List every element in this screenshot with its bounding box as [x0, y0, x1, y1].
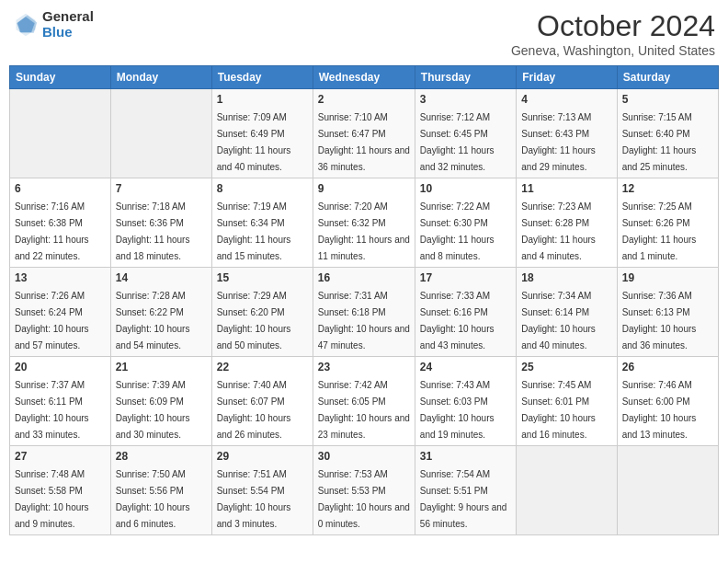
- day-header-tuesday: Tuesday: [211, 66, 313, 89]
- day-detail: Sunrise: 7:42 AMSunset: 6:05 PMDaylight:…: [318, 380, 410, 440]
- day-detail: Sunrise: 7:19 AMSunset: 6:34 PMDaylight:…: [217, 201, 291, 261]
- calendar-cell: [517, 446, 617, 535]
- day-detail: Sunrise: 7:54 AMSunset: 5:51 PMDaylight:…: [420, 469, 507, 529]
- calendar-cell: 31Sunrise: 7:54 AMSunset: 5:51 PMDayligh…: [415, 446, 516, 535]
- calendar-cell: 16Sunrise: 7:31 AMSunset: 6:18 PMDayligh…: [313, 268, 415, 357]
- calendar-cell: 14Sunrise: 7:28 AMSunset: 6:22 PMDayligh…: [110, 268, 211, 357]
- calendar-week-row: 1Sunrise: 7:09 AMSunset: 6:49 PMDaylight…: [10, 89, 719, 178]
- calendar-cell: 19Sunrise: 7:36 AMSunset: 6:13 PMDayligh…: [617, 268, 718, 357]
- day-number: 20: [15, 361, 106, 373]
- day-detail: Sunrise: 7:23 AMSunset: 6:28 PMDaylight:…: [521, 201, 596, 261]
- day-detail: Sunrise: 7:53 AMSunset: 5:53 PMDaylight:…: [318, 469, 410, 529]
- calendar-cell: 26Sunrise: 7:46 AMSunset: 6:00 PMDayligh…: [617, 357, 718, 446]
- day-number: 14: [116, 271, 207, 284]
- day-detail: Sunrise: 7:16 AMSunset: 6:38 PMDaylight:…: [15, 201, 89, 261]
- day-detail: Sunrise: 7:48 AMSunset: 5:58 PMDaylight:…: [15, 469, 89, 529]
- calendar-table: SundayMondayTuesdayWednesdayThursdayFrid…: [9, 65, 719, 535]
- day-number: 29: [217, 450, 308, 463]
- calendar-cell: 28Sunrise: 7:50 AMSunset: 5:56 PMDayligh…: [110, 446, 211, 535]
- calendar-cell: 12Sunrise: 7:25 AMSunset: 6:26 PMDayligh…: [617, 178, 718, 268]
- day-number: 18: [521, 271, 611, 284]
- day-detail: Sunrise: 7:28 AMSunset: 6:22 PMDaylight:…: [116, 291, 190, 350]
- day-number: 12: [622, 182, 713, 195]
- day-number: 9: [318, 182, 410, 195]
- day-number: 5: [622, 93, 713, 106]
- day-detail: Sunrise: 7:13 AMSunset: 6:43 PMDaylight:…: [521, 112, 596, 172]
- calendar-cell: [110, 89, 211, 178]
- day-number: 24: [420, 361, 511, 373]
- day-detail: Sunrise: 7:36 AMSunset: 6:13 PMDaylight:…: [622, 291, 697, 350]
- month-title: October 2024: [511, 9, 715, 43]
- day-number: 2: [318, 93, 410, 106]
- calendar-cell: 11Sunrise: 7:23 AMSunset: 6:28 PMDayligh…: [517, 178, 617, 268]
- calendar-week-row: 20Sunrise: 7:37 AMSunset: 6:11 PMDayligh…: [10, 357, 719, 446]
- day-number: 23: [318, 361, 410, 373]
- day-detail: Sunrise: 7:34 AMSunset: 6:14 PMDaylight:…: [521, 291, 596, 350]
- calendar-week-row: 27Sunrise: 7:48 AMSunset: 5:58 PMDayligh…: [10, 446, 719, 535]
- day-number: 10: [420, 182, 511, 195]
- day-detail: Sunrise: 7:09 AMSunset: 6:49 PMDaylight:…: [217, 112, 291, 172]
- day-detail: Sunrise: 7:40 AMSunset: 6:07 PMDaylight:…: [217, 380, 291, 440]
- calendar-cell: 23Sunrise: 7:42 AMSunset: 6:05 PMDayligh…: [313, 357, 415, 446]
- day-detail: Sunrise: 7:33 AMSunset: 6:16 PMDaylight:…: [420, 291, 495, 350]
- logo-general: General: [42, 9, 94, 25]
- calendar-cell: 3Sunrise: 7:12 AMSunset: 6:45 PMDaylight…: [415, 89, 516, 178]
- day-detail: Sunrise: 7:37 AMSunset: 6:11 PMDaylight:…: [15, 380, 89, 440]
- day-detail: Sunrise: 7:39 AMSunset: 6:09 PMDaylight:…: [116, 380, 190, 440]
- logo-text: General Blue: [42, 9, 94, 40]
- day-number: 11: [521, 182, 611, 195]
- day-number: 16: [318, 271, 410, 284]
- day-detail: Sunrise: 7:12 AMSunset: 6:45 PMDaylight:…: [420, 112, 495, 172]
- day-detail: Sunrise: 7:29 AMSunset: 6:20 PMDaylight:…: [217, 291, 291, 350]
- logo-blue: Blue: [42, 25, 94, 40]
- title-block: October 2024 Geneva, Washington, United …: [511, 9, 715, 58]
- calendar-cell: 29Sunrise: 7:51 AMSunset: 5:54 PMDayligh…: [211, 446, 313, 535]
- day-header-friday: Friday: [517, 66, 617, 89]
- location-title: Geneva, Washington, United States: [511, 43, 715, 58]
- calendar-cell: [617, 446, 718, 535]
- calendar-week-row: 6Sunrise: 7:16 AMSunset: 6:38 PMDaylight…: [10, 178, 719, 268]
- day-number: 21: [116, 361, 207, 373]
- day-number: 22: [217, 361, 308, 373]
- day-header-monday: Monday: [110, 66, 211, 89]
- calendar-week-row: 13Sunrise: 7:26 AMSunset: 6:24 PMDayligh…: [10, 268, 719, 357]
- calendar-cell: 25Sunrise: 7:45 AMSunset: 6:01 PMDayligh…: [517, 357, 617, 446]
- calendar-cell: 6Sunrise: 7:16 AMSunset: 6:38 PMDaylight…: [10, 178, 111, 268]
- day-number: 1: [217, 93, 308, 106]
- day-detail: Sunrise: 7:10 AMSunset: 6:47 PMDaylight:…: [318, 112, 410, 172]
- calendar-cell: 10Sunrise: 7:22 AMSunset: 6:30 PMDayligh…: [415, 178, 516, 268]
- page-header: General Blue October 2024 Geneva, Washin…: [9, 9, 719, 58]
- calendar-cell: [10, 89, 111, 178]
- calendar-header-row: SundayMondayTuesdayWednesdayThursdayFrid…: [10, 66, 719, 89]
- calendar-cell: 21Sunrise: 7:39 AMSunset: 6:09 PMDayligh…: [110, 357, 211, 446]
- day-number: 6: [15, 182, 106, 195]
- day-detail: Sunrise: 7:43 AMSunset: 6:03 PMDaylight:…: [420, 380, 495, 440]
- day-header-sunday: Sunday: [10, 66, 111, 89]
- day-number: 3: [420, 93, 511, 106]
- calendar-cell: 15Sunrise: 7:29 AMSunset: 6:20 PMDayligh…: [211, 268, 313, 357]
- day-number: 25: [521, 361, 611, 373]
- calendar-cell: 8Sunrise: 7:19 AMSunset: 6:34 PMDaylight…: [211, 178, 313, 268]
- day-number: 15: [217, 271, 308, 284]
- day-number: 7: [116, 182, 207, 195]
- calendar-cell: 1Sunrise: 7:09 AMSunset: 6:49 PMDaylight…: [211, 89, 313, 178]
- calendar-cell: 7Sunrise: 7:18 AMSunset: 6:36 PMDaylight…: [110, 178, 211, 268]
- calendar-cell: 24Sunrise: 7:43 AMSunset: 6:03 PMDayligh…: [415, 357, 516, 446]
- day-detail: Sunrise: 7:20 AMSunset: 6:32 PMDaylight:…: [318, 201, 410, 261]
- calendar-cell: 2Sunrise: 7:10 AMSunset: 6:47 PMDaylight…: [313, 89, 415, 178]
- day-detail: Sunrise: 7:22 AMSunset: 6:30 PMDaylight:…: [420, 201, 495, 261]
- day-number: 30: [318, 450, 410, 463]
- day-detail: Sunrise: 7:51 AMSunset: 5:54 PMDaylight:…: [217, 469, 291, 529]
- calendar-cell: 20Sunrise: 7:37 AMSunset: 6:11 PMDayligh…: [10, 357, 111, 446]
- day-number: 4: [521, 93, 611, 106]
- day-number: 19: [622, 271, 713, 284]
- logo-icon: [13, 12, 39, 38]
- day-number: 8: [217, 182, 308, 195]
- calendar-cell: 27Sunrise: 7:48 AMSunset: 5:58 PMDayligh…: [10, 446, 111, 535]
- day-detail: Sunrise: 7:50 AMSunset: 5:56 PMDaylight:…: [116, 469, 190, 529]
- calendar-cell: 30Sunrise: 7:53 AMSunset: 5:53 PMDayligh…: [313, 446, 415, 535]
- day-detail: Sunrise: 7:45 AMSunset: 6:01 PMDaylight:…: [521, 380, 596, 440]
- day-number: 31: [420, 450, 511, 463]
- calendar-cell: 4Sunrise: 7:13 AMSunset: 6:43 PMDaylight…: [517, 89, 617, 178]
- day-detail: Sunrise: 7:31 AMSunset: 6:18 PMDaylight:…: [318, 291, 410, 350]
